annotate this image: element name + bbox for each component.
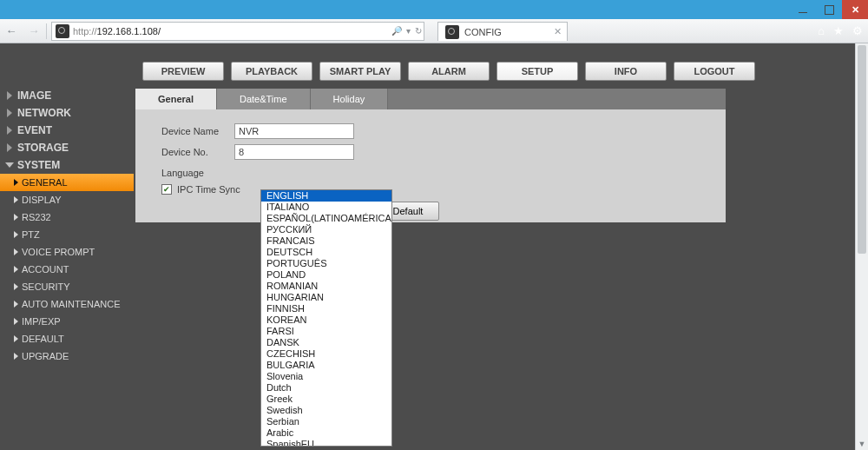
language-option[interactable]: ROMANIAN — [261, 281, 391, 292]
sidebar-item-auto-maintenance[interactable]: AUTO MAINTENANCE — [0, 295, 134, 313]
address-text: http://192.168.1.108/ — [73, 26, 389, 36]
sidebar-item-label: IMP/EXP — [22, 316, 61, 327]
sidebar-item-label: DISPLAY — [22, 195, 62, 205]
language-option[interactable]: DANSK — [261, 337, 391, 348]
tab-holiday[interactable]: Holiday — [311, 89, 389, 109]
language-option[interactable]: ITALIANO — [261, 202, 391, 213]
sidebar-item-security[interactable]: SECURITY — [0, 278, 134, 295]
language-option[interactable]: ENGLISH — [261, 190, 391, 202]
tools-icon[interactable]: ⚙ — [852, 24, 863, 37]
sidebar-section-system[interactable]: SYSTEM — [0, 156, 134, 174]
device-no-label: Device No. — [161, 147, 234, 157]
refresh-icon[interactable]: ↻ — [415, 26, 422, 36]
language-option[interactable]: Arabic — [261, 427, 391, 439]
language-option[interactable]: HUNGARIAN — [261, 292, 391, 303]
language-option[interactable]: CZECHISH — [261, 348, 391, 360]
url-host: 192.168.1.108/ — [97, 26, 161, 36]
language-option[interactable]: SpanishEU — [261, 439, 391, 447]
search-icon[interactable]: 🔎 — [391, 26, 402, 36]
browser-toolbar: ← → http://192.168.1.108/ 🔎▾↻ CONFIG ✕ ⌂… — [0, 19, 868, 43]
sidebar-item-label: AUTO MAINTENANCE — [22, 299, 120, 309]
sidebar-section-network[interactable]: NETWORK — [0, 104, 134, 122]
nav-playback[interactable]: PLAYBACK — [231, 62, 312, 81]
language-option[interactable]: Slovenia — [261, 371, 391, 382]
language-option[interactable]: Greek — [261, 394, 391, 405]
tab-close-icon[interactable]: ✕ — [554, 26, 562, 37]
chevron-right-icon — [14, 214, 18, 221]
site-favicon-icon — [56, 24, 69, 38]
caret-right-icon — [7, 126, 12, 135]
browser-right-controls: ⌂ ★ ⚙ — [818, 24, 863, 37]
language-option[interactable]: ESPAÑOL(LATINOAMÉRICA) — [261, 213, 391, 224]
forward-button[interactable]: → — [23, 22, 45, 41]
device-name-input[interactable]: NVR — [234, 123, 354, 139]
language-option[interactable]: Swedish — [261, 405, 391, 416]
caret-down-icon — [5, 162, 14, 168]
sidebar-item-label: UPGRADE — [22, 351, 69, 361]
window-maximize-button[interactable] — [816, 0, 842, 19]
language-dropdown[interactable]: ENGLISHITALIANOESPAÑOL(LATINOAMÉRICA)РУС… — [260, 189, 392, 447]
language-option[interactable]: FINNISH — [261, 303, 391, 314]
sidebar-label: IMAGE — [17, 89, 51, 102]
sidebar-item-default[interactable]: DEFAULT — [0, 330, 134, 347]
language-option[interactable]: POLAND — [261, 269, 391, 281]
nav-info[interactable]: INFO — [585, 62, 667, 81]
chevron-right-icon — [14, 266, 18, 273]
language-option[interactable]: FRANCAIS — [261, 235, 391, 247]
sidebar-item-voice-prompt[interactable]: VOICE PROMPT — [0, 243, 134, 261]
nav-preview[interactable]: PREVIEW — [142, 62, 224, 81]
language-option[interactable]: KOREAN — [261, 314, 391, 326]
scroll-down-icon[interactable]: ▼ — [856, 437, 868, 450]
dropdown-icon[interactable]: ▾ — [406, 26, 411, 36]
caret-right-icon — [7, 109, 12, 117]
language-option[interactable]: DEUTSCH — [261, 247, 391, 258]
scroll-handle[interactable] — [858, 45, 866, 254]
sidebar-section-image[interactable]: IMAGE — [0, 87, 134, 104]
nav-alarm[interactable]: ALARM — [408, 62, 490, 81]
sidebar-item-rs232[interactable]: RS232 — [0, 208, 134, 226]
favorites-icon[interactable]: ★ — [833, 24, 844, 37]
vertical-scrollbar[interactable]: ▲ ▼ — [855, 43, 868, 450]
language-option[interactable]: PORTUGUÊS — [261, 258, 391, 269]
language-label: Language — [161, 168, 234, 178]
language-option[interactable]: Dutch — [261, 382, 391, 394]
window-titlebar — [0, 0, 868, 19]
tab-datetime[interactable]: Date&Time — [217, 89, 311, 109]
language-option[interactable]: FARSI — [261, 326, 391, 337]
chevron-right-icon — [14, 283, 18, 290]
sidebar-item-ptz[interactable]: PTZ — [0, 226, 134, 243]
tab-general[interactable]: General — [135, 89, 217, 109]
sidebar-section-storage[interactable]: STORAGE — [0, 139, 134, 156]
home-icon[interactable]: ⌂ — [818, 24, 825, 37]
sidebar-item-label: DEFAULT — [22, 334, 64, 344]
language-option[interactable]: Serbian — [261, 416, 391, 427]
address-bar[interactable]: http://192.168.1.108/ 🔎▾↻ — [51, 22, 424, 41]
subtab-bar: General Date&Time Holiday — [135, 89, 726, 109]
ipc-time-sync-row[interactable]: ✔ IPC Time Sync — [161, 184, 726, 195]
nav-smartplay[interactable]: SMART PLAY — [319, 62, 401, 81]
language-option[interactable]: РУССКИЙ — [261, 224, 391, 235]
sidebar-item-imp-exp[interactable]: IMP/EXP — [0, 313, 134, 330]
sidebar-item-upgrade[interactable]: UPGRADE — [0, 347, 134, 365]
sidebar-section-event[interactable]: EVENT — [0, 122, 134, 139]
chevron-right-icon — [14, 179, 18, 186]
chevron-right-icon — [14, 231, 18, 238]
sidebar: IMAGE NETWORK EVENT STORAGE SYSTEM GENER… — [0, 43, 134, 450]
sidebar-item-label: SECURITY — [22, 281, 70, 292]
sidebar-item-account[interactable]: ACCOUNT — [0, 261, 134, 278]
nav-logout[interactable]: LOGOUT — [674, 62, 755, 81]
window-minimize-button[interactable] — [790, 0, 816, 19]
device-no-input[interactable]: 8 — [234, 144, 354, 160]
back-button[interactable]: ← — [0, 22, 23, 41]
nav-setup[interactable]: SETUP — [496, 62, 578, 81]
browser-tab[interactable]: CONFIG ✕ — [437, 22, 568, 41]
tab-title: CONFIG — [464, 27, 502, 37]
ipc-time-sync-checkbox[interactable]: ✔ — [161, 184, 172, 195]
sidebar-item-display[interactable]: DISPLAY — [0, 191, 134, 208]
window-close-button[interactable] — [842, 0, 868, 19]
caret-right-icon — [7, 91, 12, 100]
sidebar-label: EVENT — [17, 124, 52, 136]
sidebar-item-general[interactable]: GENERAL — [0, 174, 134, 191]
language-option[interactable]: BULGARIA — [261, 360, 391, 371]
ipc-time-sync-label: IPC Time Sync — [177, 184, 240, 195]
